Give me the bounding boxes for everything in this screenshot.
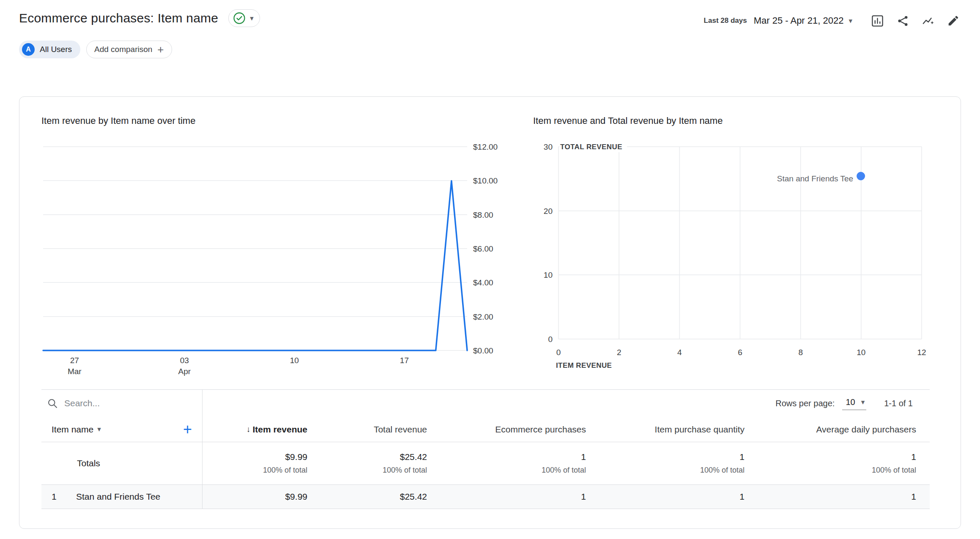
totals-subtext: 100% of total (700, 466, 745, 475)
svg-text:$12.00: $12.00 (473, 142, 498, 151)
all-users-chip[interactable]: A All Users (19, 41, 80, 58)
svg-text:6: 6 (738, 348, 742, 357)
svg-text:$4.00: $4.00 (473, 278, 493, 287)
date-range-picker[interactable]: Mar 25 - Apr 21, 2022 ▾ (754, 15, 852, 26)
totals-value: 1 (581, 452, 586, 462)
column-header-average-daily-purchasers[interactable]: Average daily purchasers (758, 417, 930, 442)
chevron-down-icon: ▾ (97, 426, 101, 433)
date-range-label: Last 28 days (704, 16, 747, 25)
svg-text:20: 20 (544, 207, 553, 216)
search-input[interactable] (64, 398, 162, 408)
search-box (41, 390, 203, 417)
rows-per-page-value: 10 (846, 397, 855, 407)
totals-cell: 1 100% of total (599, 442, 758, 484)
svg-text:2: 2 (617, 348, 621, 357)
chevron-down-icon: ▾ (250, 15, 254, 22)
rows-per-page-select[interactable]: 10 ▾ (842, 397, 866, 410)
svg-text:0: 0 (556, 348, 561, 357)
totals-cell: 1 100% of total (758, 442, 930, 484)
pagination-range: 1-1 of 1 (884, 399, 913, 408)
svg-text:$6.00: $6.00 (473, 244, 493, 253)
data-table: Rows per page: 10 ▾ 1-1 of 1 Item name ▾… (41, 389, 930, 509)
add-comparison-chip[interactable]: Add comparison + (86, 41, 172, 58)
table-row[interactable]: 1 Stan and Friends Tee $9.99 $25.42 1 1 … (41, 485, 930, 509)
date-range-value: Mar 25 - Apr 21, 2022 (754, 15, 844, 26)
table-header-row: Item name ▾ + ↓ Item revenue Total reven… (41, 417, 930, 442)
add-comparison-label: Add comparison (94, 45, 152, 54)
pager: Rows per page: 10 ▾ 1-1 of 1 (203, 390, 930, 417)
customize-report-button[interactable] (868, 11, 887, 30)
svg-text:$0.00: $0.00 (473, 346, 493, 355)
column-label: Item revenue (252, 424, 307, 435)
svg-text:4: 4 (677, 348, 682, 357)
svg-text:ITEM REVENUE: ITEM REVENUE (556, 361, 612, 369)
totals-row: Totals $9.99 100% of total $25.42 100% o… (41, 442, 930, 485)
column-header-item-revenue[interactable]: ↓ Item revenue (203, 417, 321, 442)
comparison-bar: A All Users Add comparison + (19, 41, 172, 58)
share-icon (896, 14, 909, 27)
column-label: Average daily purchasers (816, 424, 916, 435)
column-header-item-name[interactable]: Item name ▾ + (41, 417, 203, 442)
scatter-chart: 0246810120102030TOTAL REVENUEITEM REVENU… (542, 134, 939, 384)
chevron-down-icon: ▾ (849, 17, 852, 25)
line-chart: $0.00$2.00$4.00$6.00$8.00$10.00$12.0027M… (36, 134, 518, 384)
totals-subtext: 100% of total (263, 466, 307, 475)
row-item-name: Stan and Friends Tee (76, 492, 160, 502)
column-label: Ecommerce purchases (495, 424, 586, 435)
row-cell: 1 (758, 485, 930, 509)
edit-icon (947, 14, 960, 27)
svg-text:$2.00: $2.00 (473, 312, 493, 321)
table-toolbar-row: Rows per page: 10 ▾ 1-1 of 1 (41, 389, 930, 417)
totals-label: Totals (77, 458, 100, 468)
svg-text:03: 03 (180, 356, 189, 365)
plus-icon: + (157, 44, 164, 55)
cell-value: 1 (581, 492, 586, 502)
insights-button[interactable] (918, 11, 938, 30)
search-icon (47, 397, 58, 409)
totals-subtext: 100% of total (383, 466, 427, 475)
rows-per-page-label: Rows per page: (775, 399, 835, 408)
report-status-dropdown[interactable]: ▾ (228, 9, 260, 27)
line-chart-title: Item revenue by Item name over time (41, 115, 195, 126)
share-button[interactable] (893, 11, 912, 30)
totals-value: 1 (739, 452, 745, 462)
row-cell: $9.99 (203, 485, 321, 509)
totals-cell: 1 100% of total (441, 442, 599, 484)
column-header-ecommerce-purchases[interactable]: Ecommerce purchases (441, 417, 599, 442)
totals-cell: $9.99 100% of total (203, 442, 321, 484)
add-dimension-button[interactable]: + (183, 422, 202, 437)
svg-text:0: 0 (548, 335, 553, 344)
svg-text:10: 10 (857, 348, 865, 357)
check-circle-icon (233, 12, 246, 25)
header-actions: Last 28 days Mar 25 - Apr 21, 2022 ▾ (704, 11, 963, 30)
column-label: Total revenue (374, 424, 427, 435)
customize-report-icon (871, 14, 884, 28)
svg-text:TOTAL REVENUE: TOTAL REVENUE (560, 143, 622, 151)
svg-text:Mar: Mar (68, 367, 82, 376)
row-cell: 1 (441, 485, 599, 509)
column-label: Item purchase quantity (655, 424, 745, 435)
page-title: Ecommerce purchases: Item name (19, 11, 218, 25)
svg-text:10: 10 (290, 356, 299, 365)
svg-text:12: 12 (917, 348, 926, 357)
comparison-avatar: A (22, 43, 35, 56)
svg-text:$8.00: $8.00 (473, 211, 493, 219)
totals-subtext: 100% of total (542, 466, 586, 475)
column-header-total-revenue[interactable]: Total revenue (321, 417, 441, 442)
sort-descending-icon: ↓ (246, 425, 251, 434)
totals-subtext: 100% of total (872, 466, 916, 475)
totals-value: $25.42 (400, 452, 427, 462)
svg-text:Apr: Apr (178, 367, 191, 376)
dimension-column-label: Item name (52, 424, 93, 435)
all-users-label: All Users (40, 45, 72, 54)
insights-icon (921, 14, 935, 28)
row-dimension-cell: 1 Stan and Friends Tee (41, 485, 203, 509)
column-header-item-purchase-quantity[interactable]: Item purchase quantity (599, 417, 758, 442)
report-header: Ecommerce purchases: Item name ▾ (19, 9, 260, 27)
totals-value: 1 (911, 452, 916, 462)
totals-value: $9.99 (285, 452, 307, 462)
svg-text:30: 30 (544, 142, 553, 151)
report-card: Item revenue by Item name over time Item… (19, 96, 961, 529)
svg-text:$10.00: $10.00 (473, 176, 498, 185)
edit-button[interactable] (944, 11, 963, 30)
